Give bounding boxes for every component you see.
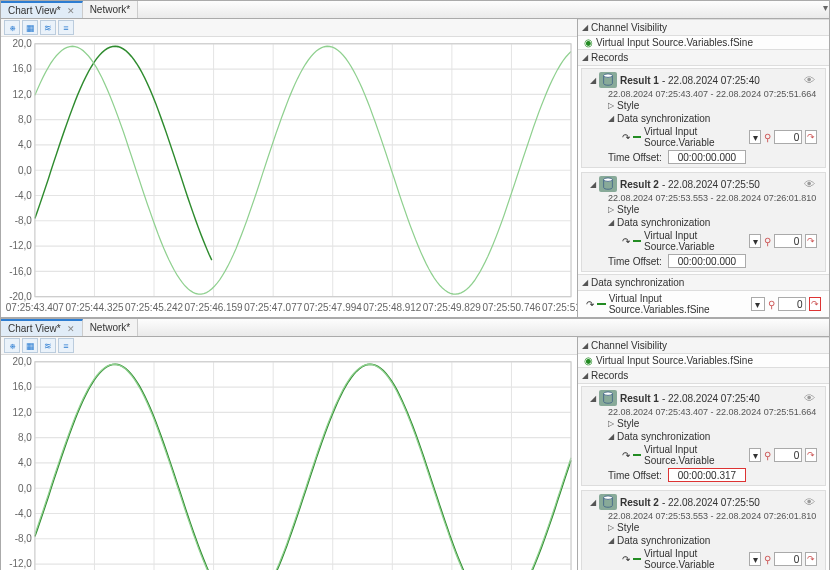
tab-label: Chart View* <box>8 323 61 334</box>
style-row[interactable]: ▷Style <box>584 521 823 534</box>
sync-apply-button[interactable]: ↷ <box>805 552 817 566</box>
tool-grid[interactable]: ▦ <box>22 20 38 35</box>
sync-value-input[interactable] <box>774 130 802 144</box>
time-offset-input[interactable] <box>668 468 746 482</box>
sync-apply-button[interactable]: ↷ <box>805 448 817 462</box>
collapse-icon[interactable]: ◢ <box>608 114 614 123</box>
expand-icon[interactable]: ▷ <box>608 523 614 532</box>
datasync-row[interactable]: ◢Data synchronization <box>584 216 823 229</box>
time-offset-row: Time Offset: <box>584 149 823 165</box>
collapse-icon[interactable]: ◢ <box>590 76 596 85</box>
datasync-row[interactable]: ◢Data synchronization <box>584 534 823 547</box>
style-row[interactable]: ▷Style <box>584 203 823 216</box>
sync-value-input[interactable] <box>778 297 806 311</box>
collapse-icon[interactable]: ◢ <box>608 218 614 227</box>
collapse-icon[interactable]: ◢ <box>582 341 588 350</box>
collapse-icon[interactable]: ◢ <box>590 394 596 403</box>
svg-text:20,0: 20,0 <box>13 355 32 367</box>
lock-icon[interactable]: ⚲ <box>764 236 771 247</box>
tool-list[interactable]: ≡ <box>58 20 74 35</box>
eye-icon[interactable]: 👁 <box>804 178 817 190</box>
dropdown-icon[interactable]: ▾ <box>749 552 761 566</box>
dropdown-icon[interactable]: ▾ <box>749 234 761 248</box>
collapse-icon[interactable]: ◢ <box>582 371 588 380</box>
svg-text:12,0: 12,0 <box>13 87 32 100</box>
sync-value-input[interactable] <box>774 552 802 566</box>
result-name: Result 1 <box>620 393 659 404</box>
records-header[interactable]: ◢Records <box>578 367 829 384</box>
tab-chartview[interactable]: Chart View*✕ <box>1 1 83 18</box>
chart-toolbar: ⎈ ▦ ≋ ≡ <box>1 19 577 37</box>
tab-network[interactable]: Network* <box>83 319 139 336</box>
time-offset-input[interactable] <box>668 254 746 268</box>
style-row[interactable]: ▷Style <box>584 417 823 430</box>
sync-icon: ↷ <box>622 236 630 247</box>
svg-text:07:25:51.664: 07:25:51.664 <box>542 301 577 314</box>
eye-icon[interactable]: 👁 <box>804 74 817 86</box>
datasync-row[interactable]: ◢Data synchronization <box>584 430 823 443</box>
close-icon[interactable]: ✕ <box>64 324 75 334</box>
time-offset-input[interactable] <box>668 150 746 164</box>
sync-apply-button[interactable]: ↷ <box>809 297 821 311</box>
lock-icon[interactable]: ⚲ <box>764 450 771 461</box>
sync-icon: ↷ <box>622 450 630 461</box>
tool-refresh[interactable]: ⎈ <box>4 20 20 35</box>
tab-bar: Chart View*✕ Network* ▾ <box>1 1 829 19</box>
tool-grid[interactable]: ▦ <box>22 338 38 353</box>
expand-icon[interactable]: ▷ <box>608 101 614 110</box>
lock-icon[interactable]: ⚲ <box>764 132 771 143</box>
result-header[interactable]: ◢Result 2 - 22.08.2024 07:25:50👁 <box>584 175 823 193</box>
time-offset-label: Time Offset: <box>608 470 662 481</box>
dropdown-icon[interactable]: ▾ <box>751 297 764 311</box>
chart-top[interactable]: 20,016,012,08,04,00,0-4,0-8,0-12,0-16,0-… <box>1 37 577 317</box>
close-icon[interactable]: ✕ <box>64 6 75 16</box>
sync-value-input[interactable] <box>774 234 802 248</box>
tab-chartview[interactable]: Chart View*✕ <box>1 319 83 336</box>
result-name: Result 2 <box>620 179 659 190</box>
svg-text:07:25:43.407: 07:25:43.407 <box>6 301 64 314</box>
time-offset-row: Time Offset: <box>584 467 823 483</box>
collapse-icon[interactable]: ◢ <box>590 498 596 507</box>
datasync-header[interactable]: ◢Data synchronization <box>578 274 829 291</box>
collapse-icon[interactable]: ◢ <box>582 23 588 32</box>
eye-icon[interactable]: 👁 <box>804 392 817 404</box>
channel-visibility-header[interactable]: ◢Channel Visibility <box>578 19 829 36</box>
expand-icon[interactable]: ▷ <box>608 205 614 214</box>
sync-apply-button[interactable]: ↷ <box>805 234 817 248</box>
channel-row[interactable]: ◉Virtual Input Source.Variables.fSine <box>578 354 829 367</box>
style-label: Style <box>617 522 639 533</box>
result-header[interactable]: ◢Result 1 - 22.08.2024 07:25:40👁 <box>584 71 823 89</box>
svg-text:07:25:46.159: 07:25:46.159 <box>185 301 243 314</box>
tool-list[interactable]: ≡ <box>58 338 74 353</box>
collapse-icon[interactable]: ◢ <box>608 536 614 545</box>
datasync-row[interactable]: ◢Data synchronization <box>584 112 823 125</box>
chart-bottom[interactable]: 20,016,012,08,04,00,0-4,0-8,0-12,0-16,0-… <box>1 355 577 570</box>
collapse-icon[interactable]: ◢ <box>582 53 588 62</box>
eye-icon[interactable]: 👁 <box>804 496 817 508</box>
records-header[interactable]: ◢Records <box>578 49 829 66</box>
time-offset-label: Time Offset: <box>608 256 662 267</box>
result-name: Result 1 <box>620 75 659 86</box>
dropdown-icon[interactable]: ▾ <box>749 448 761 462</box>
sync-value-input[interactable] <box>774 448 802 462</box>
sync-apply-button[interactable]: ↷ <box>805 130 817 144</box>
tool-refresh[interactable]: ⎈ <box>4 338 20 353</box>
tab-network[interactable]: Network* <box>83 1 139 18</box>
expand-icon[interactable]: ▷ <box>608 419 614 428</box>
tool-zoom[interactable]: ≋ <box>40 338 56 353</box>
channel-visibility-header[interactable]: ◢Channel Visibility <box>578 337 829 354</box>
result-header[interactable]: ◢Result 2 - 22.08.2024 07:25:50👁 <box>584 493 823 511</box>
dropdown-icon[interactable]: ▾ <box>749 130 761 144</box>
pin-icon[interactable]: ▾ <box>823 2 828 13</box>
style-row[interactable]: ▷Style <box>584 99 823 112</box>
collapse-icon[interactable]: ◢ <box>608 432 614 441</box>
collapse-icon[interactable]: ◢ <box>582 278 588 287</box>
collapse-icon[interactable]: ◢ <box>590 180 596 189</box>
tool-zoom[interactable]: ≋ <box>40 20 56 35</box>
channel-row[interactable]: ◉Virtual Input Source.Variables.fSine <box>578 36 829 49</box>
database-icon <box>599 494 617 510</box>
result-header[interactable]: ◢Result 1 - 22.08.2024 07:25:40👁 <box>584 389 823 407</box>
lock-icon[interactable]: ⚲ <box>768 299 775 310</box>
lock-icon[interactable]: ⚲ <box>764 554 771 565</box>
svg-text:-4,0: -4,0 <box>15 506 32 519</box>
